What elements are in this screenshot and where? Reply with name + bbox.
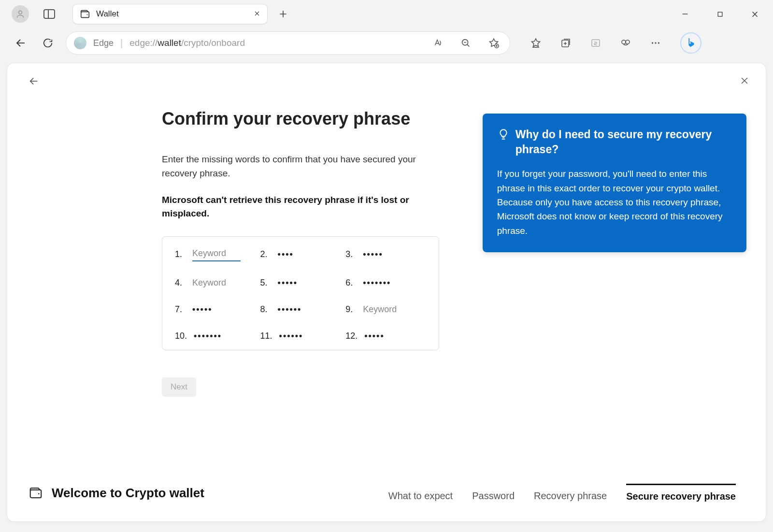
svg-point-8 (626, 40, 630, 44)
phrase-cell: 10.••••••• (175, 331, 256, 341)
phrase-number: 3. (345, 249, 356, 259)
page-subtitle: Enter the missing words to confirm that … (162, 152, 439, 181)
svg-point-7 (622, 40, 626, 44)
phrase-masked-word: ••••• (364, 331, 385, 341)
onboarding-step[interactable]: What to expect (388, 485, 453, 502)
toolbar-icons (528, 32, 701, 54)
svg-rect-2 (718, 12, 722, 16)
nav-refresh-button[interactable] (39, 34, 57, 52)
favorites-bar-button[interactable] (528, 35, 544, 51)
collections-button[interactable] (558, 35, 574, 51)
phrase-masked-word: ••••••• (194, 331, 222, 341)
page-warning: Microsoft can't retrieve this recovery p… (162, 193, 439, 221)
workspaces-button[interactable] (43, 9, 55, 19)
url-text: edge://wallet/crypto/onboard (129, 38, 245, 48)
wallet-page: Confirm your recovery phrase Enter the m… (7, 63, 766, 522)
info-card: Why do I need to secure my recovery phra… (483, 114, 746, 252)
browser-tab[interactable]: Wallet (72, 4, 268, 24)
page-title: Confirm your recovery phrase (162, 109, 439, 129)
window-close-button[interactable] (748, 7, 761, 21)
svg-rect-1 (81, 12, 89, 17)
phrase-masked-word: •••• (278, 249, 294, 259)
phrase-number: 7. (175, 304, 186, 315)
edge-label: Edge (93, 38, 114, 48)
onboarding-step[interactable]: Password (472, 485, 515, 502)
phrase-cell: 11.•••••• (260, 331, 341, 341)
recovery-phrase-grid: 1.2.••••3.•••••4.Keyword5.•••••6.•••••••… (162, 236, 439, 350)
profile-button[interactable] (12, 5, 29, 23)
phrase-masked-word: ••••• (278, 278, 298, 288)
phrase-cell: 5.••••• (260, 278, 341, 288)
browser-chrome: Wallet Edge (0, 0, 773, 58)
new-tab-button[interactable] (273, 4, 293, 24)
phrase-number: 4. (175, 278, 186, 288)
page-close-button[interactable] (740, 76, 749, 88)
tab-close-button[interactable] (254, 9, 260, 19)
phrase-number: 8. (260, 304, 271, 315)
toolbar: Edge | edge://wallet/crypto/onboard (0, 28, 773, 58)
wallet-icon (29, 486, 43, 500)
bing-chat-button[interactable] (680, 32, 701, 54)
phrase-cell: 6.••••••• (345, 278, 426, 288)
phrase-cell: 7.••••• (175, 304, 256, 315)
onboarding-step[interactable]: Secure recovery phrase (626, 484, 736, 502)
footer-title: Welcome to Crypto wallet (52, 486, 204, 501)
browser-essentials-button[interactable] (617, 35, 634, 51)
phrase-masked-word: •••••• (279, 331, 303, 341)
info-card-title: Why do I need to secure my recovery phra… (515, 127, 732, 157)
phrase-keyword-input[interactable] (192, 247, 241, 261)
phrase-keyword-placeholder[interactable]: Keyword (192, 278, 226, 288)
phrase-masked-word: ••••••• (363, 278, 391, 288)
edge-logo-icon (74, 37, 86, 49)
phrase-number: 1. (175, 249, 186, 259)
svg-point-11 (658, 42, 659, 43)
window-minimize-button[interactable] (678, 7, 692, 21)
phrase-cell: 4.Keyword (175, 278, 256, 288)
footer-steps: What to expectPasswordRecovery phraseSec… (388, 484, 736, 502)
phrase-cell: 1. (175, 247, 256, 261)
phrase-cell: 3.••••• (345, 247, 426, 261)
svg-point-10 (655, 42, 656, 43)
phrase-masked-word: ••••• (363, 249, 383, 259)
phrase-number: 5. (260, 278, 271, 288)
wallet-icon (80, 9, 90, 19)
phrase-masked-word: ••••• (192, 304, 213, 315)
phrase-cell: 2.•••• (260, 247, 341, 261)
lightbulb-icon (497, 128, 510, 144)
phrase-number: 10. (175, 331, 187, 341)
phrase-keyword-placeholder[interactable]: Keyword (363, 304, 397, 315)
phrase-masked-word: •••••• (278, 304, 302, 315)
main-content: Confirm your recovery phrase Enter the m… (162, 109, 439, 484)
phrase-number: 12. (345, 331, 358, 341)
phrase-number: 11. (260, 331, 272, 341)
phrase-number: 2. (260, 249, 271, 259)
settings-menu-button[interactable] (647, 35, 664, 51)
phrase-number: 9. (345, 304, 356, 315)
tab-title: Wallet (96, 9, 248, 19)
window-maximize-button[interactable] (713, 7, 727, 21)
address-bar[interactable]: Edge | edge://wallet/crypto/onboard (66, 31, 510, 55)
svg-point-0 (19, 11, 22, 14)
phrase-cell: 8.•••••• (260, 304, 341, 315)
address-separator: | (120, 38, 123, 49)
info-card-body: If you forget your password, you'll need… (497, 167, 732, 238)
phrase-cell: 9.Keyword (345, 304, 426, 315)
phrase-cell: 12.••••• (345, 331, 426, 341)
onboarding-step[interactable]: Recovery phrase (534, 485, 607, 502)
svg-rect-6 (592, 40, 600, 46)
next-button[interactable]: Next (162, 377, 196, 397)
page-back-button[interactable] (29, 76, 39, 88)
favorite-button[interactable] (486, 35, 502, 51)
phrase-number: 6. (345, 278, 356, 288)
read-aloud-button[interactable] (429, 35, 446, 51)
svg-point-9 (652, 42, 653, 43)
ie-mode-button[interactable] (587, 35, 604, 51)
svg-rect-12 (30, 490, 42, 498)
workspaces-icon (43, 9, 55, 19)
nav-back-button[interactable] (12, 34, 30, 52)
window-controls (678, 7, 767, 21)
titlebar: Wallet (0, 0, 773, 28)
zoom-out-button[interactable] (458, 35, 474, 51)
page-footer: Welcome to Crypto wallet What to expectP… (7, 484, 766, 521)
